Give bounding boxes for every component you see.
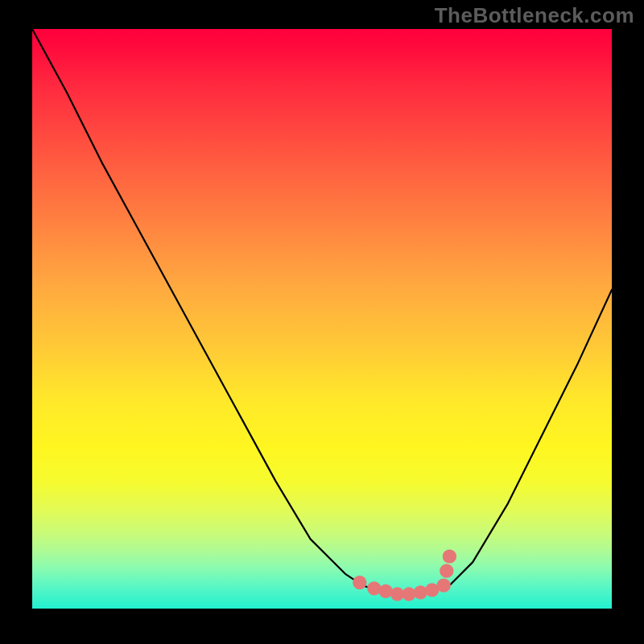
highlight-dot [440,564,453,578]
plot-area [32,29,612,609]
highlight-dots [32,29,612,609]
chart-frame: TheBottleneck.com [0,0,644,644]
highlight-dot [437,579,451,592]
highlight-dot [390,587,404,601]
highlight-dot [425,583,439,597]
highlight-dot [367,581,381,595]
bottleneck-curve [32,29,612,609]
highlight-dot [414,585,427,599]
highlight-dot [402,587,415,601]
highlight-dot [379,584,393,598]
highlight-dot [443,550,456,564]
curve-path [32,29,612,594]
dots-group [353,550,456,601]
highlight-dot [353,576,366,589]
watermark-text: TheBottleneck.com [435,3,634,28]
